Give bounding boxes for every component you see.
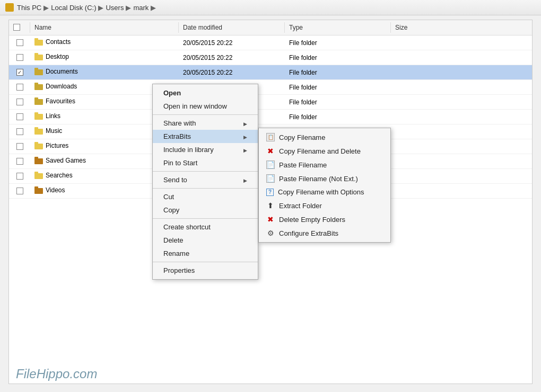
row-checkbox[interactable]: [9, 83, 30, 92]
menu-divider: [153, 114, 258, 115]
checkbox-music[interactable]: [16, 128, 23, 135]
row-size: [391, 86, 455, 88]
row-size: [391, 42, 455, 44]
row-checkbox[interactable]: [9, 68, 30, 77]
row-type: File folder: [285, 97, 391, 107]
header-type[interactable]: Type: [285, 22, 391, 33]
folder-icon-documents: Documents: [34, 68, 78, 75]
menu-divider: [153, 188, 258, 189]
folder-img: [34, 83, 43, 90]
row-checkbox[interactable]: [9, 186, 30, 195]
breadcrumb-sep1: ▶: [43, 4, 49, 12]
table-row[interactable]: Links File folder: [9, 110, 532, 124]
breadcrumb-localdisk[interactable]: Local Disk (C:): [51, 4, 96, 12]
main-area: Name Date modified Type Size Contacts 20…: [0, 15, 541, 388]
row-checkbox[interactable]: [9, 112, 30, 121]
breadcrumb-sep4: ▶: [151, 4, 156, 12]
row-date: 20/05/2015 20:22: [179, 53, 285, 63]
checkbox-links[interactable]: [16, 113, 23, 120]
header-select-all[interactable]: [13, 24, 20, 31]
submenu-item-paste-filename-noext[interactable]: 📄 Paste Filename (Not Ext.): [259, 172, 390, 185]
menu-divider: [153, 218, 258, 219]
submenu-item-extract-folder[interactable]: ⬆ Extract Folder: [259, 199, 390, 212]
table-row[interactable]: Documents 20/05/2015 20:22 File folder: [9, 65, 532, 80]
row-checkbox[interactable]: [9, 172, 30, 181]
header-name[interactable]: Name: [30, 22, 179, 33]
paste-filename-icon: 📄: [266, 161, 275, 169]
menu-item-share-with[interactable]: Share with: [153, 117, 258, 130]
folder-icon-contacts: Contacts: [34, 38, 71, 46]
menu-item-include-library[interactable]: Include in library: [153, 143, 258, 156]
submenu-item-paste-filename[interactable]: 📄 Paste Filename: [259, 158, 390, 172]
row-size: [391, 57, 455, 59]
header-size[interactable]: Size: [391, 22, 455, 33]
submenu-arrow: [243, 176, 247, 184]
menu-item-copy[interactable]: Copy: [153, 203, 258, 217]
menu-item-open[interactable]: Open: [153, 86, 258, 100]
breadcrumb-users[interactable]: Users: [106, 4, 124, 12]
checkbox-contacts[interactable]: [16, 39, 23, 46]
title-bar: This PC ▶ Local Disk (C:) ▶ Users ▶ mark…: [0, 0, 541, 15]
breadcrumb-mark[interactable]: mark: [133, 4, 149, 12]
file-list-container: Name Date modified Type Size Contacts 20…: [8, 20, 533, 384]
folder-icon-savedgames: Saved Games: [34, 157, 86, 164]
header-checkbox[interactable]: [9, 22, 30, 33]
watermark: FileHippo.com: [16, 367, 97, 381]
folder-img: [34, 97, 43, 105]
row-checkbox[interactable]: [9, 142, 30, 151]
menu-item-create-shortcut[interactable]: Create shortcut: [153, 220, 258, 234]
submenu-item-copy-filename-delete[interactable]: ✖ Copy Filename and Delete: [259, 144, 390, 158]
menu-item-cut[interactable]: Cut: [153, 190, 258, 203]
row-size: [391, 131, 455, 133]
row-size: [391, 161, 455, 163]
menu-item-pin-start[interactable]: Pin to Start: [153, 156, 258, 170]
checkbox-savedgames[interactable]: [16, 158, 23, 165]
menu-item-open-new-window[interactable]: Open in new window: [153, 100, 258, 113]
row-checkbox[interactable]: [9, 53, 30, 62]
row-checkbox[interactable]: [9, 157, 30, 166]
header-date[interactable]: Date modified: [179, 22, 285, 33]
menu-item-delete[interactable]: Delete: [153, 234, 258, 247]
table-row[interactable]: Desktop 20/05/2015 20:22 File folder: [9, 50, 532, 65]
menu-item-extrabits[interactable]: ExtraBits 📋 Copy Filename ✖ Copy Filenam…: [153, 130, 258, 143]
table-row[interactable]: Favourites File folder: [9, 95, 532, 110]
submenu-item-configure-extrabits[interactable]: ⚙ Configure ExtraBits: [259, 226, 390, 240]
folder-icon-searches: Searches: [34, 172, 73, 179]
folder-img: [34, 172, 43, 179]
submenu-item-delete-empty-folders[interactable]: ✖ Delete Empty Folders: [259, 212, 390, 226]
context-menu: Open Open in new window Share with Extra…: [152, 84, 258, 280]
menu-item-rename[interactable]: Rename: [153, 247, 258, 260]
checkbox-downloads[interactable]: [16, 84, 23, 91]
row-checkbox[interactable]: [9, 97, 30, 106]
row-type: File folder: [285, 83, 391, 92]
checkbox-documents[interactable]: [16, 69, 23, 76]
row-type: File folder: [285, 38, 391, 48]
row-date: 20/05/2015 20:22: [179, 68, 285, 77]
row-checkbox[interactable]: [9, 38, 30, 47]
menu-item-properties[interactable]: Properties: [153, 264, 258, 277]
extract-folder-icon: ⬆: [266, 201, 275, 210]
menu-item-send-to[interactable]: Send to: [153, 173, 258, 186]
window-icon: [5, 3, 14, 12]
folder-img: [34, 68, 43, 75]
table-row[interactable]: Contacts 20/05/2015 20:22 File folder: [9, 35, 532, 50]
folder-icon-music: Music: [34, 127, 62, 135]
checkbox-videos[interactable]: [16, 188, 23, 194]
checkbox-searches[interactable]: [16, 173, 23, 180]
breadcrumb-thispc[interactable]: This PC: [17, 4, 41, 12]
menu-divider: [153, 262, 258, 262]
checkbox-favourites[interactable]: [16, 99, 23, 105]
row-size: [391, 101, 455, 103]
row-checkbox[interactable]: [9, 127, 30, 136]
table-row[interactable]: Downloads File folder: [9, 80, 532, 95]
row-type: File folder: [285, 53, 391, 63]
checkbox-desktop[interactable]: [16, 54, 23, 61]
submenu-arrow: [243, 146, 247, 154]
row-size: [391, 190, 455, 192]
submenu-item-copy-filename-options[interactable]: ? Copy Filename with Options: [259, 185, 390, 199]
checkbox-pictures[interactable]: [16, 143, 23, 150]
row-name: Desktop: [30, 52, 179, 63]
row-size: [391, 72, 455, 74]
folder-img: [34, 127, 43, 135]
submenu-item-copy-filename[interactable]: 📋 Copy Filename: [259, 130, 390, 144]
